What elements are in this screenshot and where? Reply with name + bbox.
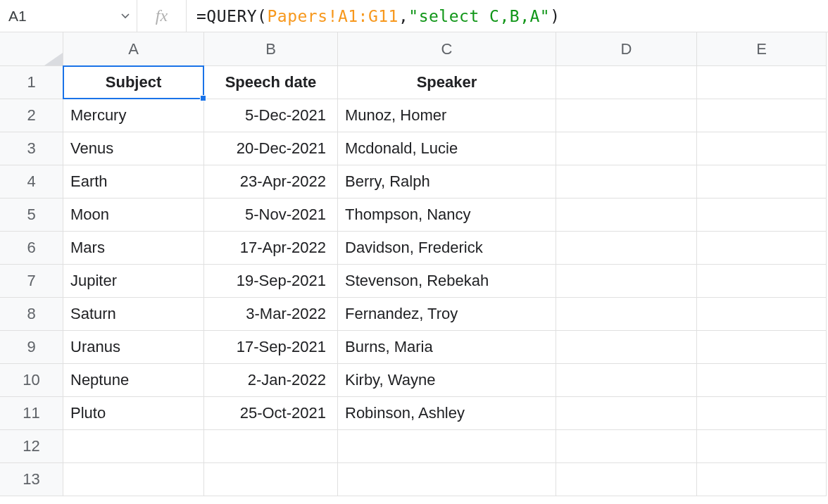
row-header-6[interactable]: 6	[0, 232, 63, 265]
cell-C10[interactable]: Kirby, Wayne	[338, 364, 556, 397]
formula-comma: ,	[399, 7, 408, 25]
row-header-12[interactable]: 12	[0, 430, 63, 463]
name-box[interactable]: A1	[0, 0, 137, 32]
cell-A5[interactable]: Moon	[63, 199, 204, 232]
row-header-11[interactable]: 11	[0, 397, 63, 430]
col-header-A[interactable]: A	[63, 32, 204, 66]
formula-rparen: )	[550, 7, 560, 25]
cell-E6[interactable]	[697, 232, 827, 265]
row-header-1[interactable]: 1	[0, 66, 63, 99]
row-header-10[interactable]: 10	[0, 364, 63, 397]
fx-icon: fx	[137, 0, 187, 32]
cell-C6[interactable]: Davidson, Frederick	[338, 232, 556, 265]
cell-E3[interactable]	[697, 132, 827, 165]
cell-B2[interactable]: 5-Dec-2021	[204, 99, 338, 132]
select-all-corner[interactable]	[0, 32, 63, 66]
cell-E12[interactable]	[697, 430, 827, 463]
formula-lparen: (	[257, 7, 267, 25]
cell-B8[interactable]: 3-Mar-2022	[204, 298, 338, 331]
cell-A11[interactable]: Pluto	[63, 397, 204, 430]
cell-D3[interactable]	[556, 132, 697, 165]
cell-B12[interactable]	[204, 430, 338, 463]
cell-C3[interactable]: Mcdonald, Lucie	[338, 132, 556, 165]
cell-C4[interactable]: Berry, Ralph	[338, 165, 556, 199]
formula-input[interactable]: =QUERY(Papers!A1:G11, "select C,B,A")	[187, 0, 828, 32]
col-header-C[interactable]: C	[338, 32, 556, 66]
cell-D9[interactable]	[556, 331, 697, 364]
cell-A7[interactable]: Jupiter	[63, 265, 204, 298]
row-header-5[interactable]: 5	[0, 199, 63, 232]
name-box-dropdown-icon[interactable]	[120, 13, 137, 19]
cell-B7[interactable]: 19-Sep-2021	[204, 265, 338, 298]
cell-A10[interactable]: Neptune	[63, 364, 204, 397]
name-box-value: A1	[8, 8, 120, 25]
col-header-D[interactable]: D	[556, 32, 697, 66]
col-header-E[interactable]: E	[697, 32, 827, 66]
formula-querystr: "select C,B,A"	[408, 7, 550, 25]
cell-D10[interactable]	[556, 364, 697, 397]
cell-A2[interactable]: Mercury	[63, 99, 204, 132]
cell-A3[interactable]: Venus	[63, 132, 204, 165]
grid-wrap: A B C D E 1 Subject Speech date Speaker …	[0, 32, 828, 496]
cell-E4[interactable]	[697, 165, 827, 199]
cell-C1[interactable]: Speaker	[338, 66, 556, 99]
formula-range: Papers!A1:G11	[267, 7, 399, 25]
cell-E10[interactable]	[697, 364, 827, 397]
cell-B10[interactable]: 2-Jan-2022	[204, 364, 338, 397]
row-header-9[interactable]: 9	[0, 331, 63, 364]
row-header-7[interactable]: 7	[0, 265, 63, 298]
cell-C2[interactable]: Munoz, Homer	[338, 99, 556, 132]
cell-E7[interactable]	[697, 265, 827, 298]
cell-D13[interactable]	[556, 463, 697, 496]
cell-E9[interactable]	[697, 331, 827, 364]
cell-E11[interactable]	[697, 397, 827, 430]
cell-B1[interactable]: Speech date	[204, 66, 338, 99]
cell-A9[interactable]: Uranus	[63, 331, 204, 364]
row-header-8[interactable]: 8	[0, 298, 63, 331]
cell-B9[interactable]: 17-Sep-2021	[204, 331, 338, 364]
row-header-13[interactable]: 13	[0, 463, 63, 496]
cell-C13[interactable]	[338, 463, 556, 496]
cell-E5[interactable]	[697, 199, 827, 232]
cell-C5[interactable]: Thompson, Nancy	[338, 199, 556, 232]
cell-E8[interactable]	[697, 298, 827, 331]
col-header-B[interactable]: B	[204, 32, 338, 66]
row-header-4[interactable]: 4	[0, 165, 63, 199]
cell-B4[interactable]: 23-Apr-2022	[204, 165, 338, 199]
cell-C9[interactable]: Burns, Maria	[338, 331, 556, 364]
cell-A4[interactable]: Earth	[63, 165, 204, 199]
cell-D5[interactable]	[556, 199, 697, 232]
cell-D11[interactable]	[556, 397, 697, 430]
cell-D2[interactable]	[556, 99, 697, 132]
cell-B3[interactable]: 20-Dec-2021	[204, 132, 338, 165]
formula-bar: A1 fx =QUERY(Papers!A1:G11, "select C,B,…	[0, 0, 828, 32]
row-header-3[interactable]: 3	[0, 132, 63, 165]
cell-D7[interactable]	[556, 265, 697, 298]
cell-A6[interactable]: Mars	[63, 232, 204, 265]
cell-A12[interactable]	[63, 430, 204, 463]
cell-D4[interactable]	[556, 165, 697, 199]
cell-E2[interactable]	[697, 99, 827, 132]
cell-D1[interactable]	[556, 66, 697, 99]
cell-A1[interactable]: Subject	[63, 66, 204, 99]
formula-fn: =QUERY	[196, 7, 257, 25]
cell-C8[interactable]: Fernandez, Troy	[338, 298, 556, 331]
spreadsheet-grid: A B C D E 1 Subject Speech date Speaker …	[0, 32, 828, 496]
cell-A13[interactable]	[63, 463, 204, 496]
cell-C11[interactable]: Robinson, Ashley	[338, 397, 556, 430]
cell-B11[interactable]: 25-Oct-2021	[204, 397, 338, 430]
cell-E13[interactable]	[697, 463, 827, 496]
cell-C7[interactable]: Stevenson, Rebekah	[338, 265, 556, 298]
cell-D12[interactable]	[556, 430, 697, 463]
cell-E1[interactable]	[697, 66, 827, 99]
cell-B13[interactable]	[204, 463, 338, 496]
row-header-2[interactable]: 2	[0, 99, 63, 132]
cell-B6[interactable]: 17-Apr-2022	[204, 232, 338, 265]
cell-B5[interactable]: 5-Nov-2021	[204, 199, 338, 232]
cell-D6[interactable]	[556, 232, 697, 265]
cell-C12[interactable]	[338, 430, 556, 463]
cell-A8[interactable]: Saturn	[63, 298, 204, 331]
cell-D8[interactable]	[556, 298, 697, 331]
